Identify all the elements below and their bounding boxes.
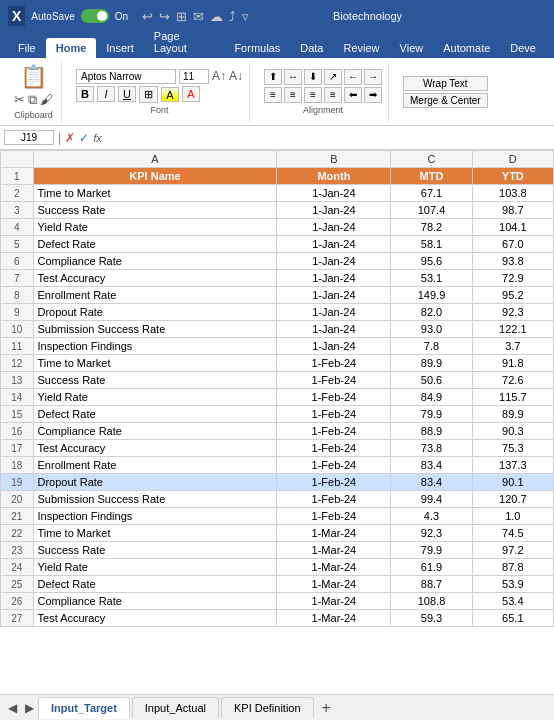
tab-dev[interactable]: Deve <box>500 38 546 58</box>
decrease-font-icon[interactable]: A↓ <box>229 69 243 83</box>
month-cell[interactable]: 1-Mar-24 <box>277 610 391 627</box>
kpi-name-cell[interactable]: Dropout Rate <box>33 474 277 491</box>
formula-cancel-icon[interactable]: ✗ <box>65 131 75 145</box>
month-cell[interactable]: 1-Jan-24 <box>277 253 391 270</box>
table-row[interactable]: 4Yield Rate1-Jan-2478.2104.1 <box>1 219 554 236</box>
ytd-cell[interactable]: 90.1 <box>472 474 553 491</box>
table-row[interactable]: 3Success Rate1-Jan-24107.498.7 <box>1 202 554 219</box>
month-cell[interactable]: 1-Jan-24 <box>277 236 391 253</box>
ytd-cell[interactable]: 92.3 <box>472 304 553 321</box>
month-cell[interactable]: 1-Jan-24 <box>277 270 391 287</box>
fill-color-button[interactable]: A <box>161 87 179 102</box>
ytd-cell[interactable]: 95.2 <box>472 287 553 304</box>
month-cell[interactable]: 1-Feb-24 <box>277 406 391 423</box>
month-cell[interactable]: 1-Jan-24 <box>277 202 391 219</box>
share-icon[interactable]: ⤴ <box>229 9 236 24</box>
align-left-button[interactable]: ≡ <box>264 87 282 103</box>
month-cell[interactable]: 1-Feb-24 <box>277 491 391 508</box>
table-row[interactable]: 8Enrollment Rate1-Jan-24149.995.2 <box>1 287 554 304</box>
ytd-cell[interactable]: 72.6 <box>472 372 553 389</box>
ytd-cell[interactable]: 67.0 <box>472 236 553 253</box>
sheet-nav-right[interactable]: ▶ <box>21 701 38 715</box>
month-cell[interactable]: 1-Jan-24 <box>277 219 391 236</box>
mtd-cell[interactable]: 78.2 <box>391 219 472 236</box>
ytd-cell[interactable]: 53.4 <box>472 593 553 610</box>
ytd-cell[interactable]: 72.9 <box>472 270 553 287</box>
month-cell[interactable]: 1-Jan-24 <box>277 304 391 321</box>
month-cell[interactable]: 1-Feb-24 <box>277 372 391 389</box>
table-row[interactable]: 23Success Rate1-Mar-2479.997.2 <box>1 542 554 559</box>
col-header-b[interactable]: B <box>277 151 391 168</box>
mtd-cell[interactable]: 61.9 <box>391 559 472 576</box>
mtd-cell[interactable]: 4.3 <box>391 508 472 525</box>
ytd-cell[interactable]: 87.8 <box>472 559 553 576</box>
kpi-name-cell[interactable]: Submission Success Rate <box>33 321 277 338</box>
grid-icon[interactable]: ⊞ <box>176 9 187 24</box>
mtd-cell[interactable]: 88.9 <box>391 423 472 440</box>
table-row[interactable]: 15Defect Rate1-Feb-2479.989.9 <box>1 406 554 423</box>
ytd-cell[interactable]: 104.1 <box>472 219 553 236</box>
tab-data[interactable]: Data <box>290 38 333 58</box>
month-cell[interactable]: 1-Feb-24 <box>277 423 391 440</box>
align-bottom-button[interactable]: ⬇ <box>304 69 322 85</box>
month-cell[interactable]: 1-Feb-24 <box>277 508 391 525</box>
mtd-cell[interactable]: 83.4 <box>391 474 472 491</box>
add-sheet-button[interactable]: + <box>316 699 337 717</box>
ytd-cell[interactable]: 65.1 <box>472 610 553 627</box>
table-row[interactable]: 12Time to Market1-Feb-2489.991.8 <box>1 355 554 372</box>
month-cell[interactable]: 1-Mar-24 <box>277 576 391 593</box>
month-cell[interactable]: 1-Jan-24 <box>277 185 391 202</box>
tab-automate[interactable]: Automate <box>433 38 500 58</box>
kpi-name-cell[interactable]: Inspection Findings <box>33 338 277 355</box>
table-row[interactable]: 5Defect Rate1-Jan-2458.167.0 <box>1 236 554 253</box>
table-row[interactable]: 25Defect Rate1-Mar-2488.753.9 <box>1 576 554 593</box>
underline-button[interactable]: U <box>118 86 136 102</box>
kpi-name-cell[interactable]: Success Rate <box>33 202 277 219</box>
month-cell[interactable]: 1-Mar-24 <box>277 593 391 610</box>
mtd-cell[interactable]: 89.9 <box>391 355 472 372</box>
table-row[interactable]: 13Success Rate1-Feb-2450.672.6 <box>1 372 554 389</box>
font-size-input[interactable] <box>179 69 209 84</box>
table-row[interactable]: 22Time to Market1-Mar-2492.374.5 <box>1 525 554 542</box>
tab-formulas[interactable]: Formulas <box>224 38 290 58</box>
month-cell[interactable]: 1-Mar-24 <box>277 559 391 576</box>
ytd-cell[interactable]: 90.3 <box>472 423 553 440</box>
mtd-cell[interactable]: 59.3 <box>391 610 472 627</box>
kpi-name-cell[interactable]: Success Rate <box>33 542 277 559</box>
inc-indent-button[interactable]: ➡ <box>364 87 382 103</box>
table-row[interactable]: 19Dropout Rate1-Feb-2483.490.1 <box>1 474 554 491</box>
month-cell[interactable]: 1-Jan-24 <box>277 287 391 304</box>
borders-button[interactable]: ⊞ <box>139 86 158 103</box>
email-icon[interactable]: ✉ <box>193 9 204 24</box>
ytd-cell[interactable]: 115.7 <box>472 389 553 406</box>
cell-ref-input[interactable] <box>4 130 54 145</box>
ytd-cell[interactable]: 89.9 <box>472 406 553 423</box>
month-cell[interactable]: 1-Feb-24 <box>277 389 391 406</box>
wrap-text-button[interactable]: Wrap Text <box>403 76 488 91</box>
tab-home[interactable]: Home <box>46 38 97 58</box>
kpi-name-cell[interactable]: Inspection Findings <box>33 508 277 525</box>
table-row[interactable]: 21Inspection Findings1-Feb-244.31.0 <box>1 508 554 525</box>
month-cell[interactable]: 1-Feb-24 <box>277 457 391 474</box>
ytd-cell[interactable]: 137.3 <box>472 457 553 474</box>
mtd-cell[interactable]: 88.7 <box>391 576 472 593</box>
mtd-cell[interactable]: 53.1 <box>391 270 472 287</box>
kpi-name-cell[interactable]: Compliance Rate <box>33 253 277 270</box>
autosave-toggle[interactable] <box>81 9 109 23</box>
sheet-tab-input-target[interactable]: Input_Target <box>38 697 130 719</box>
mtd-cell[interactable]: 79.9 <box>391 406 472 423</box>
indent-right-button[interactable]: → <box>364 69 382 85</box>
ytd-cell[interactable]: 74.5 <box>472 525 553 542</box>
redo-icon[interactable]: ↪ <box>159 9 170 24</box>
bold-button[interactable]: B <box>76 86 94 102</box>
dec-indent-button[interactable]: ⬅ <box>344 87 362 103</box>
undo-icon[interactable]: ↩ <box>142 9 153 24</box>
kpi-name-cell[interactable]: Dropout Rate <box>33 304 277 321</box>
cut-icon[interactable]: ✂ <box>14 92 25 108</box>
month-cell[interactable]: 1-Feb-24 <box>277 474 391 491</box>
ytd-cell[interactable]: 91.8 <box>472 355 553 372</box>
mtd-cell[interactable]: 82.0 <box>391 304 472 321</box>
ytd-cell[interactable]: 1.0 <box>472 508 553 525</box>
font-name-input[interactable] <box>76 69 176 84</box>
table-row[interactable]: 2Time to Market1-Jan-2467.1103.8 <box>1 185 554 202</box>
